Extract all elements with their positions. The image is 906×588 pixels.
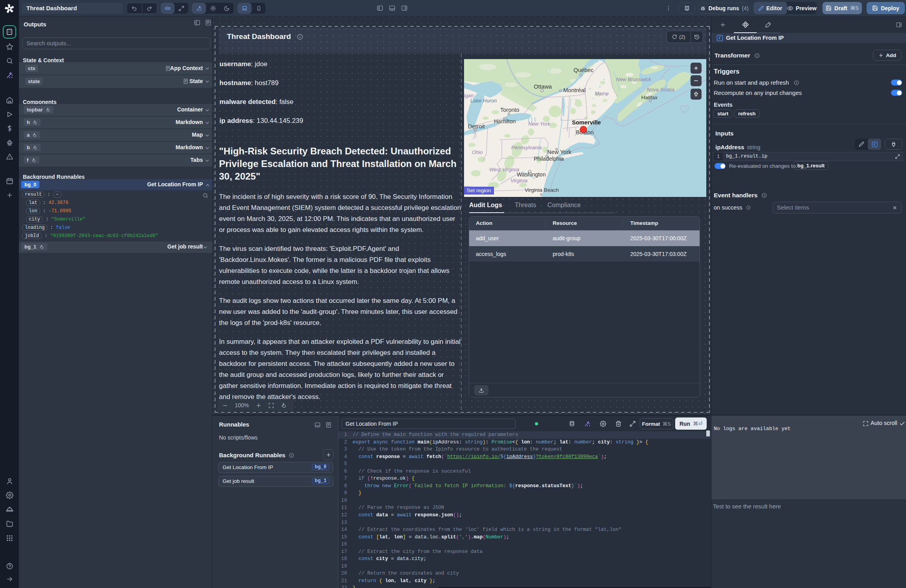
svg-text:Québec: Québec xyxy=(574,67,594,73)
svg-text:Maine: Maine xyxy=(595,91,609,96)
svg-text:Pennsylvania: Pennsylvania xyxy=(511,145,542,150)
svg-text:New York: New York xyxy=(528,121,551,127)
svg-text:Ohio: Ohio xyxy=(472,149,483,155)
svg-text:Virginia Beach: Virginia Beach xyxy=(525,187,559,193)
svg-text:Lake Huron: Lake Huron xyxy=(470,98,497,104)
svg-text:Montréal: Montréal xyxy=(563,87,585,93)
svg-text:Virginia: Virginia xyxy=(511,178,527,184)
svg-text:West Virginia: West Virginia xyxy=(489,167,519,173)
svg-text:Washington: Washington xyxy=(517,171,546,178)
svg-text:Detroit: Detroit xyxy=(468,123,485,130)
svg-text:Ottawa: Ottawa xyxy=(534,83,552,90)
svg-text:Hamilton: Hamilton xyxy=(494,118,516,124)
svg-text:Halifax: Halifax xyxy=(641,95,658,100)
svg-text:Somerville: Somerville xyxy=(572,119,601,126)
svg-text:New York: New York xyxy=(547,149,572,155)
svg-text:New Brunswick: New Brunswick xyxy=(616,76,652,82)
svg-text:Philadelphia: Philadelphia xyxy=(534,156,564,162)
svg-text:Nova Scotia: Nova Scotia xyxy=(647,87,674,93)
svg-text:Toronto: Toronto xyxy=(500,107,519,113)
